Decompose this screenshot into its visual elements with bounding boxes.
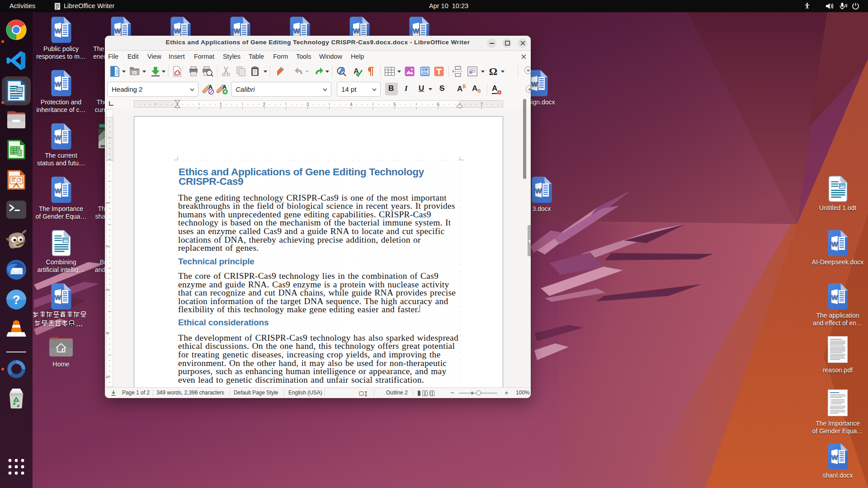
svg-text:Ω: Ω (489, 66, 497, 77)
svg-text:5: 5 (106, 375, 111, 378)
svg-text:7: 7 (481, 102, 483, 107)
svg-text:1: 1 (219, 102, 222, 107)
svg-text:2: 2 (106, 245, 111, 248)
svg-text:6: 6 (437, 102, 439, 107)
svg-text:5: 5 (393, 102, 396, 107)
svg-text:3: 3 (106, 288, 111, 291)
svg-text:2: 2 (263, 102, 266, 107)
svg-text:1: 1 (106, 202, 111, 204)
svg-text:4: 4 (106, 332, 111, 335)
svg-text:4: 4 (350, 102, 353, 107)
svg-text:3: 3 (307, 102, 309, 107)
svg-text:?: ? (12, 293, 20, 307)
